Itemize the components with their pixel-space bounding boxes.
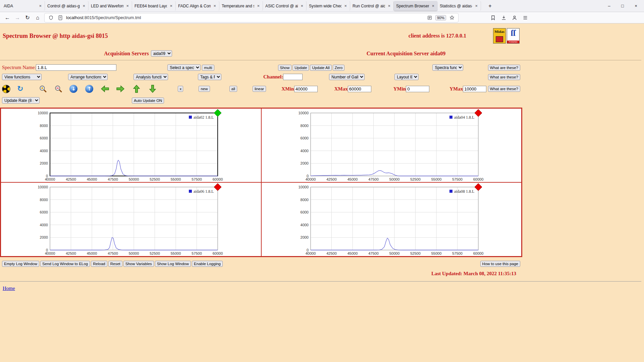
zoom-out-icon[interactable] (54, 84, 63, 93)
acquisition-row: Acquisition Servers aida09 Current Acqui… (0, 50, 522, 60)
page-up-icon[interactable] (132, 84, 141, 93)
tab-aida[interactable]: AIDA× (1, 1, 45, 11)
what-are-these-button-1[interactable]: What are these? (488, 65, 520, 71)
close-icon[interactable]: × (629, 1, 643, 11)
update-button[interactable]: Update (292, 65, 309, 71)
show-button[interactable]: Show (278, 65, 292, 71)
home-icon[interactable]: ⌂ (33, 13, 42, 22)
what-are-these-button-3[interactable]: What are these? (488, 86, 520, 92)
maximize-icon[interactable]: □ (616, 1, 629, 11)
tab-temperature-and-st[interactable]: Temperature and st× (219, 1, 263, 11)
acquisition-server-select[interactable]: aida09 (151, 50, 172, 57)
tab-asic-control-aid[interactable]: ASIC Control @ aid× (263, 1, 307, 11)
reader-mode-icon[interactable] (426, 14, 433, 21)
account-icon[interactable] (511, 14, 518, 21)
zero-button[interactable]: Zero (333, 65, 345, 71)
svg-text:57500: 57500 (192, 177, 202, 181)
menu-icon[interactable] (522, 14, 529, 21)
reload-icon[interactable]: ↻ (23, 13, 32, 22)
back-icon[interactable]: ← (3, 13, 12, 22)
gallery-cell-aida04[interactable]: 4000042500450004750050000525005500057500… (261, 108, 522, 182)
update-all-button[interactable]: Update All (310, 65, 331, 71)
forward-icon[interactable]: → (13, 13, 22, 22)
empty-log-window-button[interactable]: Empty Log Window (2, 261, 39, 267)
tab-system-wide-check[interactable]: System wide Check× (307, 1, 350, 11)
ymax-input[interactable] (463, 86, 486, 92)
x-button[interactable]: x (178, 86, 183, 92)
multi-button[interactable]: multi (202, 65, 214, 71)
tab-fee64-board-layou[interactable]: FEE64 board Layou× (132, 1, 176, 11)
svg-text:8000: 8000 (40, 124, 48, 128)
reload-button[interactable]: Reload (91, 261, 107, 267)
tab-close-icon[interactable]: × (343, 3, 347, 8)
shield-icon[interactable] (47, 14, 55, 21)
show-log-window-button[interactable]: Show Log Window (155, 261, 191, 267)
tab-close-icon[interactable]: × (256, 3, 260, 8)
save-page-icon[interactable] (489, 14, 497, 21)
gallery-cell-aida08[interactable]: 4000042500450004750050000525005500057500… (261, 182, 522, 256)
all-button[interactable]: all (229, 86, 237, 92)
what-are-these-button-2[interactable]: What are these? (488, 74, 520, 80)
tags-fits-dropdown[interactable]: Tags & Fits (198, 74, 221, 80)
tab-fadc-align-cont[interactable]: FADC Align & Cont× (176, 1, 219, 11)
url-text[interactable]: localhost:8015/Spectrum/Spectrum.tml (66, 15, 424, 20)
tab-close-icon[interactable]: × (387, 3, 391, 8)
svg-text:42500: 42500 (326, 177, 337, 181)
spectra-functions-dropdown[interactable]: Spectra functions (432, 64, 463, 71)
tab-label: System wide Check (309, 4, 341, 8)
xmin-input[interactable] (294, 86, 318, 92)
pan-right-icon[interactable] (116, 84, 125, 93)
tab-spectrum-browser[interactable]: Spectrum Browser× (394, 1, 437, 11)
send-log-window-to-elog-button[interactable]: Send Log Window to ELog (40, 261, 90, 267)
how-to-use-button[interactable]: How to use this page (480, 261, 520, 267)
scale-up-icon[interactable]: ↑ (85, 85, 93, 93)
page-down-icon[interactable] (148, 84, 157, 93)
refresh-icon[interactable]: ↻ (17, 85, 23, 93)
tab-close-icon[interactable]: × (300, 3, 304, 8)
tab-close-icon[interactable]: × (431, 3, 435, 8)
tab-close-icon[interactable]: × (213, 3, 217, 8)
tab-control-aidas-gs[interactable]: Control @ aidas-gs× (45, 1, 89, 11)
number-of-galleries-dropdown[interactable]: Number of Galleries (329, 74, 365, 80)
downloads-icon[interactable] (500, 14, 507, 21)
zoom-in-icon[interactable] (39, 84, 47, 93)
new-tab-button[interactable]: + (486, 2, 494, 10)
gallery-cell-aida06[interactable]: 4000042500450004750050000525005500057500… (1, 182, 261, 256)
spectrum-name-input[interactable] (36, 64, 116, 71)
enable-logging-button[interactable]: Enable Logging (192, 261, 223, 267)
pan-left-icon[interactable] (101, 84, 109, 93)
arrange-functions-dropdown[interactable]: Arrange functions (68, 74, 108, 80)
show-variables-button[interactable]: Show Variables (123, 261, 154, 267)
minimize-icon[interactable]: – (602, 1, 616, 11)
auto-update-button[interactable]: Auto Update ON (132, 98, 164, 104)
xmax-input[interactable] (348, 86, 371, 92)
ymin-input[interactable] (406, 86, 429, 92)
url-bar[interactable]: localhost:8015/Spectrum/Spectrum.tml 90% (44, 13, 459, 22)
tab-close-icon[interactable]: × (169, 3, 173, 8)
select-spectrum-dropdown[interactable]: Select a spectrum (167, 64, 201, 71)
radiation-icon[interactable] (2, 85, 10, 93)
update-rate-dropdown[interactable]: Update Rate (8 secs) (2, 97, 40, 104)
tab-close-icon[interactable]: × (38, 3, 42, 8)
svg-text:0: 0 (306, 174, 308, 178)
reset-button[interactable]: Reset (108, 261, 122, 267)
svg-text:47500: 47500 (108, 177, 118, 181)
home-link[interactable]: Home (3, 286, 15, 291)
tab-close-icon[interactable]: × (125, 3, 129, 8)
tab-led-and-waveform[interactable]: LED and Waveform× (89, 1, 132, 11)
zoom-level-badge[interactable]: 90% (435, 15, 446, 20)
gallery-cell-aida02[interactable]: 4000042500450004750050000525005500057500… (1, 108, 261, 182)
tab-close-icon[interactable]: × (474, 3, 478, 8)
bookmark-star-icon[interactable] (448, 14, 455, 21)
tab-statistics-aidas[interactable]: Statistics @ aidas-× (437, 1, 481, 11)
tab-close-icon[interactable]: × (82, 3, 86, 8)
tab-run-control-aid[interactable]: Run Control @ aid× (350, 1, 394, 11)
page-info-icon[interactable] (57, 14, 64, 21)
view-functions-dropdown[interactable]: View functions (2, 74, 42, 80)
linear-button[interactable]: linear (253, 86, 266, 92)
scale-down-icon[interactable]: ↓ (69, 85, 77, 93)
layout-id-dropdown[interactable]: Layout ID=4 (394, 74, 419, 80)
channel-input[interactable] (283, 74, 303, 80)
new-button[interactable]: new (199, 86, 210, 92)
analysis-functions-dropdown[interactable]: Analysis functions (133, 74, 168, 80)
